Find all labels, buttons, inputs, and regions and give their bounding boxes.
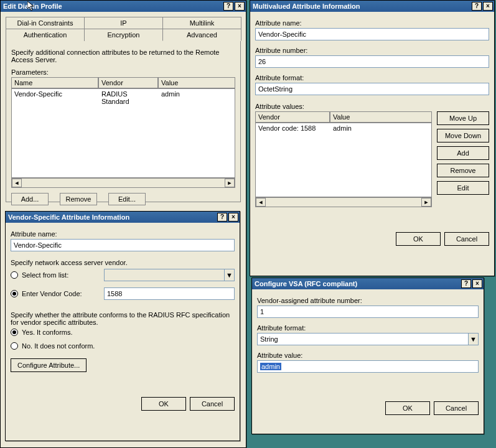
cfgvsa-titlebar: Configure VSA (RFC compliant) ? × [252,278,484,289]
close-icon[interactable]: × [483,2,493,11]
configure-vsa-window: Configure VSA (RFC compliant) ? × Vendor… [251,278,484,434]
scroll-right-icon[interactable]: ► [421,198,431,207]
scroll-left-icon[interactable]: ◄ [12,179,22,187]
close-icon[interactable]: × [472,279,482,288]
values-listview[interactable]: Vendor Value Vendor code: 1588 admin ◄ ► [255,111,432,207]
chevron-down-icon[interactable]: ▼ [225,269,235,281]
parameters-label: Parameters: [11,68,235,76]
attr-name-field: Vendor-Specific [11,239,235,251]
attr-name-field: Vendor-Specific [255,28,489,40]
edit-button[interactable]: Edit... [108,193,146,205]
vsa-num-input[interactable]: 1 [257,306,479,318]
attr-fmt-label: Attribute format: [255,74,489,82]
conform-instruction: Specify whether the attribute conforms t… [11,311,235,326]
configure-attribute-button[interactable]: Configure Attribute... [11,358,87,372]
cancel-button[interactable]: Cancel [434,401,479,415]
remove-button[interactable]: Remove [60,193,97,205]
attr-fmt-field: OctetString [255,83,489,95]
ok-button[interactable]: OK [141,397,186,411]
tab-multilink[interactable]: Multilink [162,17,241,29]
vsa-fmt-label: Attribute format: [257,324,479,332]
cell-value: admin [330,123,354,133]
radio-yes-conforms[interactable]: Yes. It conforms. [11,329,235,336]
close-icon[interactable]: × [235,2,245,11]
parameters-hscroll[interactable]: ◄ ► [11,178,235,188]
table-row[interactable]: Vendor code: 1588 admin [256,123,431,133]
vsa-info-window: Vendor-Specific Attribute Information ? … [5,211,240,441]
tab-advanced[interactable]: Advanced [162,29,241,41]
help-icon[interactable]: ? [472,2,482,11]
col-vendor[interactable]: Vendor [255,111,330,123]
col-value[interactable]: Value [330,111,432,123]
close-icon[interactable]: × [228,213,238,222]
parameters-listview[interactable]: Name Vendor Value Vendor-Specific RADIUS… [11,77,235,188]
ok-button[interactable]: OK [396,232,441,246]
vsa-info-title: Vendor-Specific Attribute Information [8,213,129,221]
attr-num-label: Attribute number: [255,47,489,54]
cancel-button[interactable]: Cancel [190,397,235,411]
attr-name-label: Attribute name: [11,230,235,238]
tab-ip[interactable]: IP [84,17,163,29]
help-icon[interactable]: ? [461,279,471,288]
cell-name: Vendor-Specific [12,89,99,106]
add-button[interactable]: Add [437,146,489,160]
cell-value: admin [159,89,182,106]
instruction-text: Specify additional connection attributes… [11,49,235,63]
vsa-fmt-combo[interactable]: String ▼ [257,333,479,345]
ok-button[interactable]: OK [385,401,430,415]
chevron-down-icon[interactable]: ▼ [469,333,479,345]
vsa-info-titlebar: Vendor-Specific Attribute Information ? … [6,212,240,223]
edit-button[interactable]: Edit [437,181,489,195]
col-name[interactable]: Name [11,77,98,88]
cancel-button[interactable]: Cancel [444,232,489,246]
edit-profile-titlebar: Edit Dial-in Profile ? × [1,1,246,12]
cell-vendor: RADIUS Standard [99,89,159,106]
multi-title: Multivalued Attribute Information [253,2,360,10]
vsa-num-label: Vendor-assigned attribute number: [257,297,479,304]
multivalued-attr-window: Multivalued Attribute Information ? × At… [250,0,495,276]
values-label: Attribute values: [255,103,489,110]
col-value[interactable]: Value [158,77,235,88]
tab-dialin-constraints[interactable]: Dial-in Constraints [6,17,85,29]
scroll-right-icon[interactable]: ► [225,179,235,187]
edit-profile-title: Edit Dial-in Profile [3,2,62,10]
vendor-code-input[interactable]: 1588 [104,287,235,300]
vsa-val-input[interactable]: admin [257,360,479,373]
vendor-list-combo[interactable]: ▼ [104,269,235,281]
radio-enter-vendor-code[interactable]: Enter Vendor Code: [11,290,104,297]
help-icon[interactable]: ? [217,213,227,222]
cell-vendor: Vendor code: 1588 [256,123,330,133]
radio-select-from-list[interactable]: Select from list: [11,271,104,279]
table-row[interactable]: Vendor-Specific RADIUS Standard admin [12,89,235,106]
tab-encryption[interactable]: Encryption [84,29,163,41]
multi-titlebar: Multivalued Attribute Information ? × [250,1,494,12]
attr-name-label: Attribute name: [255,19,489,27]
move-down-button[interactable]: Move Down [437,129,489,142]
values-hscroll[interactable]: ◄ ► [255,197,432,207]
scroll-left-icon[interactable]: ◄ [256,198,266,207]
radio-no-conform[interactable]: No. It does not conform. [11,342,235,350]
vendor-instruction: Specify network access server vendor. [11,259,235,266]
remove-button[interactable]: Remove [437,164,489,177]
attr-num-field: 26 [255,55,489,68]
cfgvsa-title: Configure VSA (RFC compliant) [255,280,357,287]
help-icon[interactable]: ? [223,2,233,11]
move-up-button[interactable]: Move Up [437,111,489,125]
col-vendor[interactable]: Vendor [98,77,158,88]
tab-authentication[interactable]: Authentication [6,29,85,41]
vsa-val-label: Attribute value: [257,352,479,359]
add-button[interactable]: Add... [11,193,49,205]
